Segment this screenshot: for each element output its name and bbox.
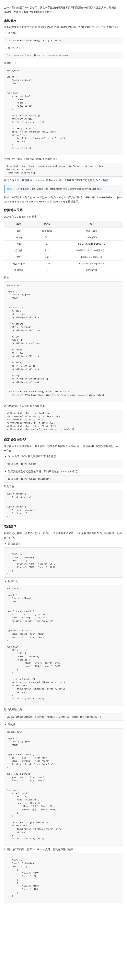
mapping-p1: JSON 和 Go 数据类型对照表： [4, 215, 123, 219]
bullet-deserialize: 反序列化： [8, 46, 123, 50]
code-field-tag: Field int `json:"myName"` [4, 460, 123, 468]
mapping-eg-label: 例如： [4, 275, 123, 280]
note-box: 注意：在本版范围内，我们进行序列化和反序列化的时候，需要传递数据结构的 指针 类… [4, 185, 123, 192]
practice-data-label: 原始数据： [8, 541, 123, 546]
table-header: Go [60, 221, 123, 228]
code-unmarshal-sig: func Unmarshal(data []byte, v interface{… [4, 52, 123, 59]
practice-ser-label: 序列化： [8, 722, 123, 727]
type-mapping-table: 类型JSONGo booltrue, falsetrue, falsestrin… [4, 221, 123, 274]
eg-p: 例如：我们把上面例子的 value 类型由 int 改为 string 后再次运… [4, 195, 123, 204]
basic-p1: 在 Go 中我们主要使用官方的 encoding/json 包对 JSON 数据… [4, 25, 123, 29]
code-mapping-example: package main import ( "encoding/json" "f… [4, 282, 123, 402]
code-raw-data: { "id": 1, "name": "xiaoming", "results"… [4, 547, 123, 578]
table-header: JSON [34, 221, 60, 228]
section-basic-usage: 基础使用 [4, 18, 123, 23]
simple-example-label: 简单例子： [4, 61, 123, 65]
code-practice-ser: package main import ( "encoding/json" "f… [4, 728, 123, 846]
code-result1: Unmarshal error: json: cannot unmarshal … [4, 163, 123, 177]
table-row: booltrue, falsetrue, false [4, 228, 123, 234]
code-marshal-sig: func Marshal(v interface{}) ([]byte, err… [4, 37, 123, 45]
custom-b2: 如果我们想忽略掉空值的字段，我们只需增加 omitempty 标记： [8, 469, 123, 474]
section-data-mapping: 数据对应关系 [4, 207, 123, 213]
code-simple-example: package main import ( "encoding/json" "f… [4, 67, 123, 155]
code-practice-deser: package main import ( "encoding/json" "f… [4, 585, 123, 706]
note-label: 注意： [7, 188, 14, 190]
table-row: 整数1int(1), int32(1), int64(1) ... [4, 241, 123, 247]
table-row: 数组[1,2][2]int{1,2}, []int{1, 2} [4, 254, 123, 260]
code-practice-result1: &{Id:1 Name:xiaoming Results:[{Name:语文 S… [4, 713, 123, 721]
code-mapping-result: bl Unmarshal value true, bool true str U… [4, 410, 123, 433]
custom-b1: Go 中关于 JSON 转化字段有如下几个特点： [8, 454, 123, 459]
combine-label: 组合示例： [4, 484, 123, 488]
code-practice-result2: { "id": 1, "name": "xiaoming", "results"… [4, 853, 123, 903]
table-row: string"a"string("a") [4, 234, 123, 241]
practice-result1-label: 运行代码输出为： [4, 707, 123, 712]
table-row: 对象 Object{"a": "b"}map[string]string, st… [4, 260, 123, 267]
table-row: 未知类型...interface{} [4, 267, 123, 274]
result1-label: 当我们运行代码的时候可以得到如下输出结果： [4, 157, 123, 161]
note-text: 在本版范围内，我们进行序列化和反序列化的时候，需要传递数据结构的 指针 类型。 [15, 188, 104, 190]
code-combine: type A struct { A int `json:"a"` } type … [4, 490, 123, 520]
table-header: 类型 [4, 221, 34, 228]
section-practice: 实战练习 [4, 524, 123, 529]
inthis-p: 在这个例子中，我们使用 Unmarshal 和 Marshal 将一个数组的 J… [4, 178, 123, 183]
custom-p1: 除了使用上面基础数据外，对于那些比较复杂的数据集合（Object），我们还可以自… [4, 444, 123, 453]
section-custom-type: 自定义数据类型 [4, 437, 123, 442]
bullet-serialize: 序列化： [8, 31, 123, 35]
practice-deser-label: 反序列化： [8, 579, 123, 584]
practice-p1: 根据我们已获得一段 JSON 数据，它表示一个学生的考试成绩，下面是我们能看看在… [4, 531, 123, 540]
practice-result2-label: 当我们运行代码后，打开 data1.json 文件，得到如下输出结果： [4, 847, 123, 852]
table-row: 浮点数3.14float32(3.14), float64(3.14) ... [4, 247, 123, 254]
code-omitempty: Field int `json:"myName,omitempty"` [4, 475, 123, 483]
mapping-result-label: 运行代码我们可以得到如下输出结果： [4, 404, 123, 408]
intro-text: 上一节我们介绍了 xml 的使用，其实对于数据的序列化和反序列化还有一种更为常见… [4, 5, 123, 14]
